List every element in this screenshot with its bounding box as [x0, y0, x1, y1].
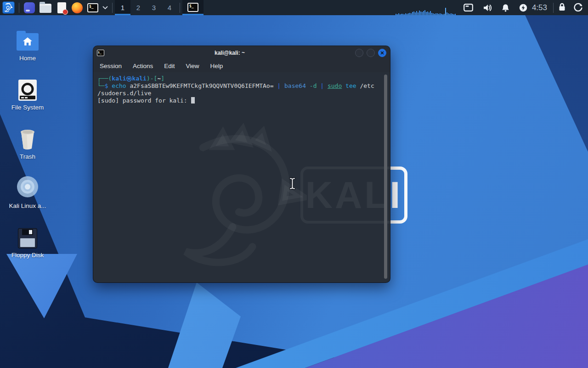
workspace-3-button[interactable]: 3 [146, 0, 162, 15]
cpu-bar [451, 13, 452, 15]
workspace-switcher: 1234 [115, 0, 177, 15]
kali-logo-icon [2, 1, 15, 14]
cpu-bar [447, 12, 447, 15]
cpu-bar [422, 12, 423, 15]
cpu-bar [400, 14, 401, 15]
terminal-launcher[interactable]: $_ [85, 0, 101, 15]
volume-icon[interactable] [483, 4, 492, 12]
terminal-text-segment [281, 82, 284, 89]
notifications-bell-icon[interactable] [502, 4, 509, 12]
cpu-bar [416, 11, 417, 15]
cpu-bar [441, 14, 442, 15]
desktop-icon-floppy-disk[interactable]: Floppy Disk [4, 218, 51, 259]
cpu-bar [440, 13, 441, 15]
clock[interactable]: 4:53 [532, 3, 547, 12]
file-manager-icon [40, 4, 51, 13]
desktop-icon-trash[interactable]: Trash [4, 120, 51, 160]
menu-actions[interactable]: Actions [133, 63, 153, 69]
cpu-bar [407, 14, 407, 15]
terminal-title: kali@kali: ~ [104, 50, 355, 56]
desktop-icon-label: Kali Linux a... [9, 202, 46, 209]
terminal-text-segment: [sudo] password for kali: [97, 97, 191, 104]
text-editor-launcher[interactable] [54, 0, 69, 15]
cpu-bar [396, 14, 396, 15]
power-manager-icon[interactable] [519, 4, 527, 12]
terminal-text-segment [342, 82, 345, 89]
cpu-bar [419, 11, 420, 15]
workspace-1-button[interactable]: 1 [115, 0, 130, 15]
menu-edit[interactable]: Edit [164, 63, 175, 69]
file-manager-launcher[interactable] [37, 0, 54, 15]
cpu-bar [431, 13, 432, 15]
menu-view[interactable]: View [186, 63, 199, 69]
floppy-disk-icon [18, 228, 37, 248]
desktop-icon-label: Floppy Disk [11, 252, 44, 259]
app-window-icon [24, 2, 35, 13]
workspace-2-button[interactable]: 2 [130, 0, 146, 15]
menu-session[interactable]: Session [100, 63, 122, 69]
home-folder-icon [17, 33, 39, 51]
menu-help[interactable]: Help [210, 63, 223, 69]
minimize-button[interactable] [355, 49, 363, 57]
cpu-bar [444, 14, 445, 15]
cpu-bar [405, 13, 406, 15]
cpu-bar [429, 12, 430, 15]
cpu-bar [402, 14, 403, 15]
close-button[interactable]: ✕ [378, 49, 386, 57]
window-buttons: ✕ [355, 49, 386, 57]
terminal-titlebar[interactable]: $_ kali@kali: ~ ✕ [93, 46, 390, 60]
terminal-text-segment: -d [310, 82, 317, 89]
terminal-scrollbar[interactable] [384, 75, 387, 279]
terminal-text-segment: └─ [97, 82, 105, 89]
terminal-menubar: SessionActionsEditViewHelp [93, 60, 390, 72]
terminal-output: ┌──(kali㉿kali)-[~]└─$ echo a2FsaSBBTEw9K… [93, 72, 390, 107]
top-panel: $_ 1234 $_ [0, 0, 588, 15]
cpu-bar [424, 10, 425, 15]
cpu-bar [437, 13, 438, 15]
workspace-4-button[interactable]: 4 [162, 0, 177, 15]
cpu-bar [438, 14, 439, 15]
cpu-bar [427, 12, 428, 15]
kali-menu-button[interactable] [0, 0, 17, 15]
app-window-launcher[interactable] [22, 0, 37, 15]
cpu-graph-applet[interactable] [396, 0, 457, 15]
taskbar-terminal-button[interactable]: $_ [182, 0, 204, 15]
panel-separator [180, 3, 180, 13]
desktop-icon-file-system[interactable]: File System [4, 70, 51, 111]
cpu-bar [415, 12, 416, 15]
cpu-bar [430, 11, 431, 15]
terminal-text-segment: /sudoers.d/live [97, 90, 151, 97]
lock-icon[interactable] [559, 3, 565, 12]
desktop-icon-home[interactable]: Home [4, 21, 51, 62]
cpu-bar [413, 12, 414, 15]
cpu-bar [453, 14, 454, 15]
desktop: KALI $_ 1234 [0, 0, 588, 368]
cpu-bar [411, 13, 412, 15]
trash-icon [17, 128, 38, 150]
firefox-icon [72, 2, 83, 13]
terminal-line: [sudo] password for kali: [97, 97, 386, 104]
desktop-icon-kali-linux[interactable]: Kali Linux a... [4, 169, 51, 209]
firefox-launcher[interactable] [69, 0, 85, 15]
cpu-bar [412, 12, 413, 15]
display-icon[interactable] [464, 4, 473, 12]
text-editor-icon [57, 2, 66, 13]
panel-separator [112, 3, 113, 13]
cpu-bar [397, 14, 398, 15]
logout-icon[interactable] [574, 3, 582, 13]
terminal-text-segment [324, 82, 328, 89]
terminal-text-segment: ] [161, 75, 164, 82]
cpu-bar [401, 14, 402, 15]
cpu-bar [426, 12, 427, 15]
chevron-down-icon[interactable] [101, 0, 110, 15]
kali-watermark-text: KALI [305, 173, 390, 217]
maximize-button[interactable] [367, 49, 375, 57]
cpu-bar [452, 14, 453, 15]
terminal-content[interactable]: KALI ┌──(kali㉿kali)-[~]└─$ echo a2FsaSBB… [93, 72, 390, 282]
terminal-text-segment [306, 82, 310, 89]
terminal-text-segment: ┌──( [97, 75, 112, 82]
cpu-bar [435, 13, 436, 15]
desktop-icon-label: Trash [20, 153, 35, 160]
cpu-bar [398, 13, 399, 15]
panel-separator [553, 3, 554, 13]
